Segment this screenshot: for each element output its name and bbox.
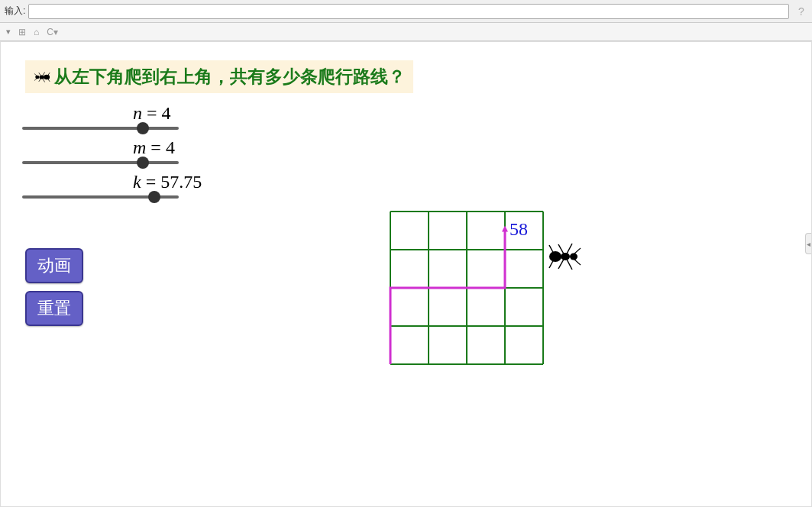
svg-line-32 bbox=[574, 259, 581, 265]
toolbar-dropdown-icon[interactable]: ▾ bbox=[6, 27, 11, 37]
slider-k-track[interactable] bbox=[22, 191, 179, 203]
slider-m: m = 4 bbox=[22, 137, 202, 169]
slider-n-track[interactable] bbox=[22, 122, 179, 134]
toolbar: ▾ ⊞ ⌂ C▾ bbox=[0, 23, 812, 41]
slider-k-label: k = 57.75 bbox=[133, 172, 202, 192]
slider-controls: n = 4 m = 4 k = 57.75 bbox=[22, 103, 202, 206]
slider-k: k = 57.75 bbox=[22, 172, 202, 203]
slider-n-label: n = 4 bbox=[133, 103, 202, 124]
title-text: 从左下角爬到右上角，共有多少条爬行路线？ bbox=[54, 65, 406, 89]
svg-point-0 bbox=[44, 74, 50, 79]
side-panel-handle[interactable]: ◂ bbox=[805, 233, 811, 254]
slider-m-knob[interactable] bbox=[137, 157, 149, 169]
ant-icon bbox=[33, 69, 53, 86]
title-box: 从左下角爬到右上角，共有多少条爬行路线？ bbox=[25, 60, 413, 93]
ant-large-icon bbox=[545, 239, 583, 277]
slider-k-knob[interactable] bbox=[148, 191, 160, 203]
button-group: 动画 重置 bbox=[25, 248, 83, 326]
svg-line-10 bbox=[34, 78, 37, 80]
command-input[interactable] bbox=[28, 4, 789, 19]
reset-button[interactable]: 重置 bbox=[25, 291, 83, 326]
home-icon[interactable]: ⌂ bbox=[34, 27, 39, 37]
slider-m-track[interactable] bbox=[22, 157, 179, 169]
input-bar: 输入: ? bbox=[0, 0, 812, 23]
slider-n-knob[interactable] bbox=[137, 122, 149, 134]
canvas: 从左下角爬到右上角，共有多少条爬行路线？ n = 4 m = 4 k = 57.… bbox=[0, 41, 812, 507]
slider-m-label: m = 4 bbox=[133, 137, 202, 158]
svg-marker-21 bbox=[502, 226, 508, 232]
animate-button[interactable]: 动画 bbox=[25, 248, 83, 283]
slider-n: n = 4 bbox=[22, 103, 202, 134]
step-counter: 58 bbox=[510, 219, 528, 240]
svg-line-31 bbox=[574, 248, 581, 254]
grid-area: 58 bbox=[389, 210, 545, 366]
help-icon[interactable]: ? bbox=[795, 5, 807, 18]
svg-line-9 bbox=[34, 73, 37, 76]
input-label: 输入: bbox=[5, 5, 25, 18]
redo-dropdown-icon[interactable]: C▾ bbox=[47, 27, 58, 37]
grid-toggle-icon[interactable]: ⊞ bbox=[18, 27, 26, 37]
